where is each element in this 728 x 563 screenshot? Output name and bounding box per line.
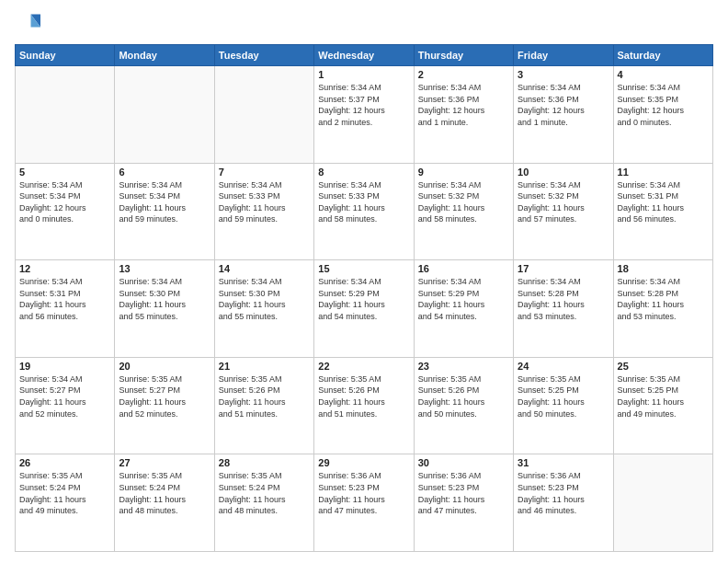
calendar-cell: 13Sunrise: 5:34 AM Sunset: 5:30 PM Dayli… (115, 260, 214, 358)
cell-info-text: Sunrise: 5:34 AM Sunset: 5:29 PM Dayligh… (418, 276, 509, 322)
calendar-cell: 4Sunrise: 5:34 AM Sunset: 5:35 PM Daylig… (613, 66, 712, 164)
cell-info-text: Sunrise: 5:34 AM Sunset: 5:30 PM Dayligh… (119, 276, 210, 322)
cell-day-number: 20 (119, 361, 210, 372)
calendar-cell: 8Sunrise: 5:34 AM Sunset: 5:33 PM Daylig… (314, 163, 414, 260)
cell-info-text: Sunrise: 5:34 AM Sunset: 5:36 PM Dayligh… (518, 82, 609, 128)
cell-day-number: 5 (19, 167, 110, 178)
cell-info-text: Sunrise: 5:34 AM Sunset: 5:30 PM Dayligh… (219, 276, 310, 322)
cell-info-text: Sunrise: 5:36 AM Sunset: 5:23 PM Dayligh… (318, 470, 409, 516)
cell-info-text: Sunrise: 5:34 AM Sunset: 5:32 PM Dayligh… (518, 179, 609, 225)
calendar-cell: 22Sunrise: 5:35 AM Sunset: 5:26 PM Dayli… (314, 357, 414, 454)
week-row-1: 1Sunrise: 5:34 AM Sunset: 5:37 PM Daylig… (16, 66, 713, 164)
cell-day-number: 6 (119, 167, 210, 178)
calendar-header-row: SundayMondayTuesdayWednesdayThursdayFrid… (16, 45, 713, 66)
week-row-2: 5Sunrise: 5:34 AM Sunset: 5:34 PM Daylig… (16, 163, 713, 260)
calendar-cell: 14Sunrise: 5:34 AM Sunset: 5:30 PM Dayli… (214, 260, 313, 358)
calendar-cell: 19Sunrise: 5:34 AM Sunset: 5:27 PM Dayli… (16, 357, 115, 454)
cell-day-number: 23 (418, 361, 509, 372)
cell-info-text: Sunrise: 5:35 AM Sunset: 5:26 PM Dayligh… (418, 373, 509, 419)
calendar-cell: 7Sunrise: 5:34 AM Sunset: 5:33 PM Daylig… (214, 163, 313, 260)
cell-info-text: Sunrise: 5:34 AM Sunset: 5:34 PM Dayligh… (119, 179, 210, 225)
calendar-cell: 2Sunrise: 5:34 AM Sunset: 5:36 PM Daylig… (414, 66, 513, 164)
cell-info-text: Sunrise: 5:35 AM Sunset: 5:26 PM Dayligh… (318, 373, 409, 419)
calendar-cell: 12Sunrise: 5:34 AM Sunset: 5:31 PM Dayli… (16, 260, 115, 358)
cell-day-number: 27 (119, 457, 210, 468)
cell-info-text: Sunrise: 5:34 AM Sunset: 5:28 PM Dayligh… (518, 276, 609, 322)
calendar-cell: 16Sunrise: 5:34 AM Sunset: 5:29 PM Dayli… (414, 260, 513, 358)
cell-day-number: 28 (219, 457, 310, 468)
calendar-cell (115, 66, 214, 164)
cell-info-text: Sunrise: 5:34 AM Sunset: 5:27 PM Dayligh… (19, 373, 110, 419)
page: SundayMondayTuesdayWednesdayThursdayFrid… (0, 0, 728, 563)
cell-day-number: 14 (219, 263, 310, 274)
calendar-header-wednesday: Wednesday (314, 45, 414, 66)
calendar-cell: 5Sunrise: 5:34 AM Sunset: 5:34 PM Daylig… (16, 163, 115, 260)
cell-day-number: 3 (518, 69, 609, 80)
cell-info-text: Sunrise: 5:35 AM Sunset: 5:25 PM Dayligh… (518, 373, 609, 419)
calendar-header-tuesday: Tuesday (214, 45, 313, 66)
cell-info-text: Sunrise: 5:35 AM Sunset: 5:27 PM Dayligh… (119, 373, 210, 419)
calendar-header-monday: Monday (115, 45, 214, 66)
calendar-cell: 28Sunrise: 5:35 AM Sunset: 5:24 PM Dayli… (214, 454, 313, 552)
cell-day-number: 9 (418, 167, 509, 178)
calendar-cell: 3Sunrise: 5:34 AM Sunset: 5:36 PM Daylig… (514, 66, 613, 164)
cell-info-text: Sunrise: 5:34 AM Sunset: 5:32 PM Dayligh… (418, 179, 509, 225)
cell-info-text: Sunrise: 5:34 AM Sunset: 5:31 PM Dayligh… (19, 276, 110, 322)
cell-day-number: 7 (219, 167, 310, 178)
cell-info-text: Sunrise: 5:35 AM Sunset: 5:24 PM Dayligh… (219, 470, 310, 516)
cell-info-text: Sunrise: 5:34 AM Sunset: 5:28 PM Dayligh… (618, 276, 709, 322)
cell-day-number: 8 (318, 167, 409, 178)
calendar-cell: 26Sunrise: 5:35 AM Sunset: 5:24 PM Dayli… (16, 454, 115, 552)
logo (15, 11, 44, 37)
cell-day-number: 30 (418, 457, 509, 468)
calendar-cell: 29Sunrise: 5:36 AM Sunset: 5:23 PM Dayli… (314, 454, 414, 552)
cell-day-number: 12 (19, 263, 110, 274)
cell-day-number: 4 (618, 69, 709, 80)
calendar-cell: 30Sunrise: 5:36 AM Sunset: 5:23 PM Dayli… (414, 454, 513, 552)
calendar-cell (214, 66, 313, 164)
cell-day-number: 2 (418, 69, 509, 80)
cell-day-number: 11 (618, 167, 709, 178)
calendar-cell: 24Sunrise: 5:35 AM Sunset: 5:25 PM Dayli… (514, 357, 613, 454)
calendar-cell (16, 66, 115, 164)
cell-day-number: 31 (518, 457, 609, 468)
cell-day-number: 16 (418, 263, 509, 274)
cell-day-number: 29 (318, 457, 409, 468)
calendar-cell: 25Sunrise: 5:35 AM Sunset: 5:25 PM Dayli… (613, 357, 712, 454)
calendar-cell: 10Sunrise: 5:34 AM Sunset: 5:32 PM Dayli… (514, 163, 613, 260)
calendar-header-sunday: Sunday (16, 45, 115, 66)
logo-icon (15, 11, 40, 37)
cell-day-number: 18 (618, 263, 709, 274)
cell-day-number: 17 (518, 263, 609, 274)
calendar-cell: 6Sunrise: 5:34 AM Sunset: 5:34 PM Daylig… (115, 163, 214, 260)
cell-info-text: Sunrise: 5:34 AM Sunset: 5:37 PM Dayligh… (318, 82, 409, 128)
cell-info-text: Sunrise: 5:36 AM Sunset: 5:23 PM Dayligh… (518, 470, 609, 516)
calendar-cell (613, 454, 712, 552)
cell-info-text: Sunrise: 5:34 AM Sunset: 5:29 PM Dayligh… (318, 276, 409, 322)
cell-info-text: Sunrise: 5:36 AM Sunset: 5:23 PM Dayligh… (418, 470, 509, 516)
cell-day-number: 22 (318, 361, 409, 372)
cell-info-text: Sunrise: 5:34 AM Sunset: 5:31 PM Dayligh… (618, 179, 709, 225)
calendar-header-friday: Friday (514, 45, 613, 66)
calendar-table: SundayMondayTuesdayWednesdayThursdayFrid… (15, 44, 713, 552)
calendar-cell: 20Sunrise: 5:35 AM Sunset: 5:27 PM Dayli… (115, 357, 214, 454)
cell-info-text: Sunrise: 5:34 AM Sunset: 5:36 PM Dayligh… (418, 82, 509, 128)
calendar-header-saturday: Saturday (613, 45, 712, 66)
cell-day-number: 26 (19, 457, 110, 468)
calendar-cell: 23Sunrise: 5:35 AM Sunset: 5:26 PM Dayli… (414, 357, 513, 454)
calendar-cell: 31Sunrise: 5:36 AM Sunset: 5:23 PM Dayli… (514, 454, 613, 552)
cell-day-number: 15 (318, 263, 409, 274)
cell-info-text: Sunrise: 5:35 AM Sunset: 5:25 PM Dayligh… (618, 373, 709, 419)
calendar-cell: 15Sunrise: 5:34 AM Sunset: 5:29 PM Dayli… (314, 260, 414, 358)
cell-day-number: 25 (618, 361, 709, 372)
calendar-cell: 11Sunrise: 5:34 AM Sunset: 5:31 PM Dayli… (613, 163, 712, 260)
cell-info-text: Sunrise: 5:34 AM Sunset: 5:33 PM Dayligh… (318, 179, 409, 225)
calendar-cell: 1Sunrise: 5:34 AM Sunset: 5:37 PM Daylig… (314, 66, 414, 164)
calendar-cell: 21Sunrise: 5:35 AM Sunset: 5:26 PM Dayli… (214, 357, 313, 454)
calendar-cell: 27Sunrise: 5:35 AM Sunset: 5:24 PM Dayli… (115, 454, 214, 552)
calendar-header-thursday: Thursday (414, 45, 513, 66)
cell-info-text: Sunrise: 5:34 AM Sunset: 5:34 PM Dayligh… (19, 179, 110, 225)
week-row-4: 19Sunrise: 5:34 AM Sunset: 5:27 PM Dayli… (16, 357, 713, 454)
week-row-5: 26Sunrise: 5:35 AM Sunset: 5:24 PM Dayli… (16, 454, 713, 552)
cell-info-text: Sunrise: 5:35 AM Sunset: 5:24 PM Dayligh… (19, 470, 110, 516)
